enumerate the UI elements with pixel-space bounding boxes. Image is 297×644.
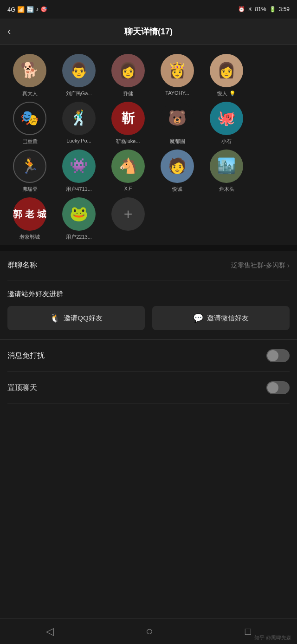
member-avatar: 👩 xyxy=(111,54,145,87)
member-name: 用户4711... xyxy=(66,186,92,193)
member-name: 真大人 xyxy=(22,90,38,97)
member-name: 悦诚 xyxy=(172,186,182,193)
battery-percent: 81% xyxy=(255,6,266,13)
status-bar: 4G 📶 🔄 ♪ 🎯 ⏰ ✳ 81% 🔋 3:59 xyxy=(0,0,297,19)
battery-icon: 🔋 xyxy=(269,6,276,13)
member-name: 老家郸城 xyxy=(19,234,40,241)
member-avatar: 🕺 xyxy=(62,102,96,135)
member-avatar: 🏙️ xyxy=(210,150,243,183)
chevron-icon: › xyxy=(287,261,290,270)
invite-title: 邀请站外好友进群 xyxy=(7,290,290,299)
member-name: 靳磊luke... xyxy=(116,138,140,145)
member-avatar: 👸 xyxy=(161,54,194,87)
tiktok-icon: ♪ xyxy=(36,6,39,13)
invite-buttons: 🐧 邀请QQ好友 💬 邀请微信好友 xyxy=(7,306,290,330)
signal-icon: 4G xyxy=(7,6,15,13)
page-title: 聊天详情(17) xyxy=(124,26,173,37)
status-right: ⏰ ✳ 81% 🔋 3:59 xyxy=(238,6,290,13)
member-name: TAYOHY... xyxy=(165,90,189,96)
member-item[interactable]: 🐻魔都圆 xyxy=(155,102,200,145)
member-avatar: 🧑 xyxy=(161,150,194,183)
group-name-label: 群聊名称 xyxy=(7,260,37,270)
dnd-row: 消息免打扰 xyxy=(7,340,290,372)
member-avatar: 👨 xyxy=(62,54,96,87)
bottom-nav: ◁ ○ □ 知乎 @黑啤先森 xyxy=(0,618,297,644)
signal-bars: 📶 xyxy=(17,6,25,13)
invite-section: 邀请站外好友进群 🐧 邀请QQ好友 💬 邀请微信好友 xyxy=(0,280,297,339)
member-name: 弗瑞登 xyxy=(22,186,38,193)
invite-wechat-button[interactable]: 💬 邀请微信好友 xyxy=(152,306,290,330)
member-avatar: 🐕 xyxy=(13,54,46,87)
member-item[interactable]: 🕺Lucky.Po... xyxy=(57,102,101,145)
member-name: X.F xyxy=(124,186,132,191)
member-item[interactable]: 🐙小石 xyxy=(204,102,249,145)
member-item[interactable]: 👩悦人 💡 xyxy=(204,54,249,97)
member-item[interactable]: 👨刘广民Ga... xyxy=(57,54,101,97)
nav-back-icon[interactable]: ◁ xyxy=(46,625,54,637)
settings-section: 消息免打扰 置顶聊天 xyxy=(0,340,297,404)
dnd-label: 消息免打扰 xyxy=(7,351,45,361)
wifi-icon: 🔄 xyxy=(26,6,34,13)
member-item[interactable]: 郭 老 城老家郸城 xyxy=(7,197,52,241)
member-item[interactable]: 🐴X.F xyxy=(106,150,150,193)
member-avatar: 🎭 xyxy=(13,102,46,135)
member-item[interactable]: 🎭已重置 xyxy=(7,102,52,145)
member-item[interactable]: 🏃弗瑞登 xyxy=(7,150,52,193)
member-item[interactable]: 靳靳磊luke... xyxy=(106,102,150,145)
member-name: 已重置 xyxy=(22,138,38,145)
member-avatar: 🏃 xyxy=(13,150,46,183)
member-avatar: 🐙 xyxy=(210,102,243,135)
member-item[interactable]: 👾用户4711... xyxy=(57,150,101,193)
invite-qq-button[interactable]: 🐧 邀请QQ好友 xyxy=(7,306,145,330)
member-item[interactable]: 👸TAYOHY... xyxy=(155,54,200,97)
member-name: 乔健 xyxy=(123,90,133,97)
add-member-item[interactable]: + xyxy=(106,197,150,241)
member-avatar: 👩 xyxy=(210,54,243,87)
member-name: 魔都圆 xyxy=(170,138,185,145)
member-name: 用户2213... xyxy=(66,234,92,241)
member-avatar: 🐸 xyxy=(62,197,96,231)
group-name-value: 泛零售社群-多闪群 › xyxy=(231,261,290,270)
member-avatar: 🐻 xyxy=(161,102,194,135)
member-name: 悦人 💡 xyxy=(217,90,235,97)
bt-icon: ✳ xyxy=(248,6,252,13)
member-item[interactable]: 🐕真大人 xyxy=(7,54,52,97)
member-avatar: 👾 xyxy=(62,150,96,183)
group-name-row[interactable]: 群聊名称 泛零售社群-多闪群 › xyxy=(7,251,290,280)
status-left: 4G 📶 🔄 ♪ 🎯 xyxy=(7,6,47,13)
member-avatar: 靳 xyxy=(111,102,145,135)
zhihu-watermark: 知乎 @黑啤先森 xyxy=(254,634,291,641)
member-name: 烂木头 xyxy=(219,186,234,193)
members-grid: 🐕真大人👨刘广民Ga...👩乔健👸TAYOHY...👩悦人 💡🎭已重置🕺Luck… xyxy=(7,54,290,241)
pin-label: 置顶聊天 xyxy=(7,383,37,393)
group-name-section: 群聊名称 泛零售社群-多闪群 › xyxy=(0,251,297,280)
alarm-icon: ⏰ xyxy=(238,6,245,13)
extra-icon: 🎯 xyxy=(40,6,47,13)
member-item[interactable]: 🐸用户2213... xyxy=(57,197,101,241)
pin-row: 置顶聊天 xyxy=(7,372,290,404)
member-name: 小石 xyxy=(221,138,232,145)
nav-recents-icon[interactable]: □ xyxy=(245,625,251,637)
pin-toggle[interactable] xyxy=(266,381,290,394)
members-section: 🐕真大人👨刘广民Ga...👩乔健👸TAYOHY...👩悦人 💡🎭已重置🕺Luck… xyxy=(0,45,297,245)
member-avatar: 郭 老 城 xyxy=(13,197,46,231)
time-display: 3:59 xyxy=(279,6,290,13)
qq-icon: 🐧 xyxy=(50,313,60,323)
add-member-button[interactable]: + xyxy=(111,197,145,231)
wechat-icon: 💬 xyxy=(193,313,203,323)
back-button[interactable]: ‹ xyxy=(7,26,11,38)
member-item[interactable]: 🏙️烂木头 xyxy=(204,150,249,193)
member-item[interactable]: 🧑悦诚 xyxy=(155,150,200,193)
member-item[interactable]: 👩乔健 xyxy=(106,54,150,97)
nav-home-icon[interactable]: ○ xyxy=(146,624,153,638)
header: ‹ 聊天详情(17) xyxy=(0,19,297,45)
member-name: Lucky.Po... xyxy=(66,138,91,143)
dnd-toggle[interactable] xyxy=(266,349,290,362)
member-name: 刘广民Ga... xyxy=(66,90,92,97)
member-avatar: 🐴 xyxy=(111,150,145,183)
